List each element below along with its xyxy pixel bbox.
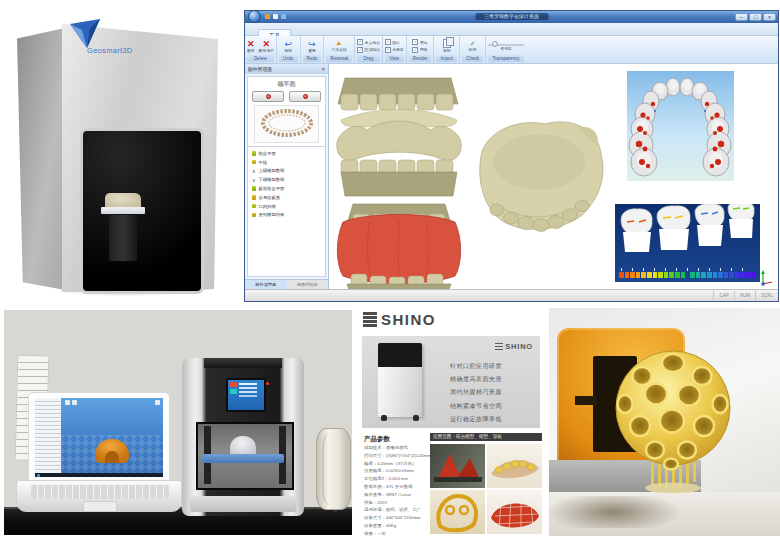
list-item[interactable]: 标准咬合平面 bbox=[249, 184, 324, 193]
transparency-slider-wrap: 透明度 bbox=[488, 42, 524, 51]
delete-selected-button[interactable]: ✕ 删除选中 bbox=[259, 40, 274, 53]
windows-taskbar bbox=[35, 473, 163, 477]
group-label-drag: Drag bbox=[357, 55, 380, 62]
occlusion-contact-map bbox=[627, 71, 734, 181]
ribbon-group-delete: ✕ 删除 ✕ 删除选中 Delete bbox=[245, 36, 277, 63]
render-mesh-checkbox[interactable]: ✓网格 bbox=[412, 47, 427, 53]
check-button[interactable]: ✓ 检测 bbox=[469, 40, 477, 52]
panel-tab-view[interactable]: 视图控制器 bbox=[287, 280, 329, 289]
quick-access-toolbar[interactable] bbox=[265, 14, 286, 19]
group-label-undo: Undo bbox=[279, 55, 298, 62]
spec-list: 成型技术：面曝光固化 打印尺寸：(X)96*(Y)54*(Z)120mm 精度：… bbox=[364, 445, 431, 539]
panel-tab-parts[interactable]: 部件管理器 bbox=[245, 280, 287, 289]
heatmap-colorbar bbox=[619, 272, 756, 278]
save-icon[interactable] bbox=[265, 14, 270, 19]
drag-point-checkbox[interactable]: ✓单点拖动 bbox=[357, 39, 380, 45]
trackpad bbox=[83, 501, 117, 512]
ribbon-group-reversal: ➤ 法向反转 Reversal bbox=[324, 36, 355, 63]
scan-icon bbox=[252, 204, 257, 209]
spec-line: 设备重量：40Kg bbox=[364, 523, 431, 528]
spec-line: 保修：一年 bbox=[364, 531, 431, 536]
photo-red-lattice bbox=[487, 490, 542, 534]
list-item[interactable]: 牙列模型结果 bbox=[249, 211, 324, 220]
feature-line: 运行稳定故障率低 bbox=[450, 415, 502, 424]
midline-icon bbox=[252, 160, 257, 165]
checkbox-icon: ✓ bbox=[412, 39, 418, 45]
jaw-models-render bbox=[329, 64, 619, 289]
record-plane-button-1[interactable] bbox=[252, 91, 284, 102]
shino-brochure: SHINO SHINO 针对口腔应用研发 精确度高表面光滑 简约外观精巧美观 结… bbox=[356, 305, 546, 539]
checkbox-icon: ✓ bbox=[412, 47, 418, 53]
printer-touchscreen bbox=[226, 378, 266, 412]
table-reflection bbox=[549, 496, 719, 528]
sla-printer-photo bbox=[549, 308, 780, 536]
keyboard bbox=[31, 485, 169, 499]
ribbon-group-view: ✓圆柱 ✓光滑度 View bbox=[383, 36, 407, 63]
view-cylinder-checkbox[interactable]: ✓圆柱 bbox=[385, 39, 404, 45]
drag-region-checkbox[interactable]: ✓区域拖动 bbox=[357, 47, 380, 53]
slicer-software-screen bbox=[35, 398, 163, 477]
status-bar: CAP NUM SCRL bbox=[245, 289, 778, 301]
panel-title: 部件管理器 bbox=[248, 66, 272, 72]
undo-button[interactable]: ↩ 撤销 bbox=[284, 40, 292, 53]
scanner-side-face bbox=[17, 28, 65, 290]
slider-knob-icon[interactable] bbox=[492, 41, 498, 47]
list-item[interactable]: ∨下颌模型数据 bbox=[249, 175, 324, 184]
ribbon-tab-strip: 工具 bbox=[245, 23, 778, 36]
slicer-toolbar-icons bbox=[65, 400, 77, 405]
list-item[interactable]: 口内扫描 bbox=[249, 202, 324, 211]
collage-page: Geosmart3D 三维牙颌数字化设计系统 − □ × 工具 bbox=[0, 0, 780, 539]
group-label-render: Render bbox=[409, 55, 432, 62]
parts-list: 咬合平面 中线 ∧上颌模型数据 ∨下颌模型数据 标准咬合平面 全局坐标系 口内扫… bbox=[248, 146, 325, 221]
list-item[interactable]: 全局坐标系 bbox=[249, 193, 324, 202]
record-plane-button-2[interactable] bbox=[289, 91, 321, 102]
photo-yellow-guide bbox=[430, 490, 485, 534]
view-smooth-checkbox[interactable]: ✓光滑度 bbox=[385, 47, 404, 53]
printer-setup-photo bbox=[4, 310, 352, 535]
list-item[interactable]: 咬合平面 bbox=[249, 149, 324, 158]
group-label-delete: Delete bbox=[247, 55, 274, 62]
list-item[interactable]: 中线 bbox=[249, 158, 324, 167]
printer-base-plate bbox=[190, 496, 296, 512]
spec-line: 供电：220V bbox=[364, 500, 431, 505]
copy-button[interactable]: 复制 bbox=[443, 39, 451, 53]
application-photos bbox=[430, 444, 542, 534]
maximize-button[interactable]: □ bbox=[749, 13, 762, 21]
close-button[interactable]: × bbox=[763, 13, 776, 21]
redo-button[interactable]: ↪ 重置 bbox=[308, 40, 316, 53]
render-shading-checkbox[interactable]: ✓着色 bbox=[412, 39, 427, 45]
printer-top-panel bbox=[204, 358, 282, 368]
ribbon-group-redo: ↪ 重置 Redo bbox=[301, 36, 325, 63]
printer-power-led bbox=[266, 382, 269, 385]
feature-line: 简约外观精巧美观 bbox=[450, 388, 502, 397]
machine-wheel bbox=[381, 415, 387, 421]
record-icon bbox=[266, 94, 271, 99]
result-icon bbox=[252, 213, 257, 218]
panel-close-icon[interactable]: × bbox=[321, 66, 325, 72]
minimize-button[interactable]: − bbox=[735, 13, 748, 21]
shino-printer-photo bbox=[378, 343, 422, 417]
spec-line: 打印尺寸：(X)96*(Y)54*(Z)120mm bbox=[364, 453, 431, 458]
plane-icon bbox=[252, 151, 257, 156]
slicer-settings-panel bbox=[35, 398, 62, 477]
redo-quick-icon[interactable] bbox=[281, 14, 286, 19]
scanner-window bbox=[80, 128, 204, 294]
status-cap: CAP bbox=[713, 291, 733, 300]
printed-denture-object bbox=[230, 436, 256, 456]
normal-reverse-button[interactable]: ➤ 法向反转 bbox=[332, 40, 347, 52]
transparency-slider[interactable] bbox=[488, 44, 524, 46]
viewport-3d[interactable] bbox=[329, 64, 778, 289]
undo-quick-icon[interactable] bbox=[273, 14, 278, 19]
delete-button[interactable]: ✕ 删除 bbox=[247, 40, 255, 53]
colorbar-ticks bbox=[621, 268, 753, 271]
list-item[interactable]: ∧上颌模型数据 bbox=[249, 167, 324, 176]
app-orb-button[interactable] bbox=[248, 10, 261, 23]
scanner-rotary-post bbox=[109, 215, 137, 261]
spec-line: 成型技术：面曝光固化 bbox=[364, 445, 431, 450]
spec-line: 分层精度：0.025/0.05mm bbox=[364, 468, 431, 473]
redo-arrow-icon: ↪ bbox=[308, 40, 316, 48]
group-label-view: View bbox=[385, 55, 404, 62]
fdm-printer bbox=[182, 358, 304, 516]
feature-list: 针对口腔应用研发 精确度高表面光滑 简约外观精巧美观 结构紧凑节省空间 运行稳定… bbox=[450, 362, 502, 428]
photo-yellow-teeth bbox=[487, 444, 542, 488]
